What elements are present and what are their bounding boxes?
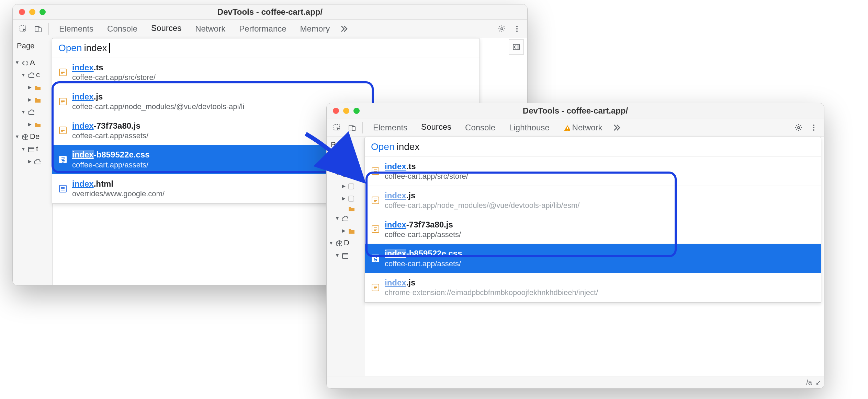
file-path: coffee-cart.app/assets/	[385, 259, 462, 269]
file-name: index-b859522e.css	[385, 248, 462, 259]
file-name: index.html	[72, 178, 165, 189]
command-prefix: Open	[58, 43, 82, 54]
file-icon	[371, 167, 380, 176]
file-name: index.js	[385, 190, 579, 201]
file-result[interactable]: index.jscoffee-cart.app/node_modules/@vu…	[365, 186, 821, 215]
command-query: index	[397, 141, 420, 152]
tab-performance[interactable]: Performance	[232, 20, 293, 38]
file-path: overrides/www.google.com/	[72, 189, 165, 199]
panel-tabs: Elements Sources Console Lighthouse Netw…	[366, 118, 790, 137]
traffic-lights	[13, 9, 46, 15]
expand-icon[interactable]: ⤢	[815, 378, 821, 387]
status-text: /a	[806, 378, 812, 386]
file-tree: ▼A ▼c ▶ ▶ ▼ ▶ ▼De ▼t ▶	[13, 54, 52, 167]
close-icon[interactable]	[19, 9, 25, 15]
titlebar: DevTools - coffee-cart.app/	[327, 103, 824, 118]
tab-sources[interactable]: Sources	[144, 20, 188, 38]
file-path: coffee-cart.app/node_modules/@vue/devtoo…	[385, 201, 579, 211]
devtools-window-b: DevTools - coffee-cart.app/ Elements Sou…	[326, 103, 824, 389]
file-icon	[58, 97, 67, 106]
sources-page-tab[interactable]: Page	[327, 137, 365, 153]
toggle-sidebar-icon[interactable]	[509, 39, 524, 55]
toggle-device-icon[interactable]	[345, 121, 359, 134]
file-icon	[371, 196, 380, 205]
tab-lighthouse[interactable]: Lighthouse	[502, 118, 556, 137]
file-name: index.ts	[385, 161, 468, 172]
warning-icon	[563, 124, 570, 131]
file-icon	[371, 283, 380, 292]
command-input[interactable]: Open index	[52, 38, 480, 58]
settings-icon[interactable]	[495, 22, 509, 36]
devtools-toolbar: Elements Console Sources Network Perform…	[13, 20, 527, 38]
file-result[interactable]: index-b859522e.csscoffee-cart.app/assets…	[365, 244, 821, 273]
kebab-menu-icon[interactable]	[807, 121, 821, 134]
close-icon[interactable]	[333, 108, 339, 114]
file-name: index.ts	[72, 62, 156, 73]
file-path: coffee-cart.app/node_modules/@vue/devtoo…	[72, 102, 244, 112]
tab-network[interactable]: Network	[188, 20, 232, 38]
minimize-icon[interactable]	[343, 108, 349, 114]
panel-tabs: Elements Console Sources Network Perform…	[52, 20, 494, 38]
tab-elements[interactable]: Elements	[52, 20, 100, 38]
command-input[interactable]: Open index	[365, 137, 821, 157]
tab-console[interactable]: Console	[100, 20, 144, 38]
file-result[interactable]: index.tscoffee-cart.app/src/store/	[365, 157, 821, 186]
tab-sources[interactable]: Sources	[414, 118, 458, 137]
file-result[interactable]: index-73f73a80.jscoffee-cart.app/assets/	[365, 215, 821, 244]
devtools-toolbar: Elements Sources Console Lighthouse Netw…	[327, 118, 824, 137]
file-path: coffee-cart.app/src/store/	[385, 172, 468, 181]
window-title: DevTools - coffee-cart.app/	[13, 7, 527, 17]
file-path: coffee-cart.app/src/store/	[72, 73, 156, 83]
tab-network[interactable]: Network	[556, 118, 609, 137]
file-name: index.js	[72, 91, 244, 102]
file-icon	[58, 155, 67, 164]
kebab-menu-icon[interactable]	[510, 22, 524, 36]
tab-console[interactable]: Console	[458, 118, 502, 137]
file-path: coffee-cart.app/assets/	[72, 160, 149, 170]
traffic-lights	[327, 108, 360, 114]
file-name: index-73f73a80.js	[385, 219, 461, 230]
file-result[interactable]: index.tscoffee-cart.app/src/store/	[52, 58, 480, 87]
status-bar: /a ⤢	[327, 376, 824, 388]
command-query: index	[84, 43, 107, 54]
tab-memory[interactable]: Memory	[293, 20, 337, 38]
toggle-device-icon[interactable]	[31, 22, 45, 36]
file-name: index-b859522e.css	[72, 149, 149, 160]
file-tree: ▼A ▼ ▶▢ ▶▢ ▼ ▶ ▼D ▼	[327, 153, 365, 261]
minimize-icon[interactable]	[29, 9, 35, 15]
titlebar: DevTools - coffee-cart.app/	[13, 4, 527, 20]
file-result[interactable]: index.jschrome-extension://eimadpbcbfnmb…	[365, 273, 821, 302]
file-icon	[58, 184, 67, 193]
file-path: coffee-cart.app/assets/	[385, 230, 461, 240]
file-name: index.js	[385, 277, 598, 288]
tab-elements[interactable]: Elements	[366, 118, 414, 137]
file-icon	[371, 254, 380, 263]
settings-icon[interactable]	[792, 121, 805, 134]
more-tabs-icon[interactable]	[609, 121, 623, 134]
inspect-element-icon[interactable]	[330, 121, 344, 134]
zoom-icon[interactable]	[353, 108, 360, 114]
sources-page-tab[interactable]: Page	[13, 38, 52, 54]
inspect-element-icon[interactable]	[16, 22, 30, 36]
command-prefix: Open	[371, 141, 395, 152]
command-menu: Open index index.tscoffee-cart.app/src/s…	[364, 137, 821, 303]
file-path: chrome-extension://eimadpbcbfnmbkopoojfe…	[385, 288, 598, 298]
more-tabs-icon[interactable]	[337, 22, 350, 36]
zoom-icon[interactable]	[40, 9, 46, 15]
file-icon	[371, 225, 380, 234]
file-icon	[58, 126, 67, 135]
file-icon	[58, 68, 67, 77]
file-name: index-73f73a80.js	[72, 120, 148, 131]
window-title: DevTools - coffee-cart.app/	[327, 106, 824, 116]
file-path: coffee-cart.app/assets/	[72, 131, 148, 141]
